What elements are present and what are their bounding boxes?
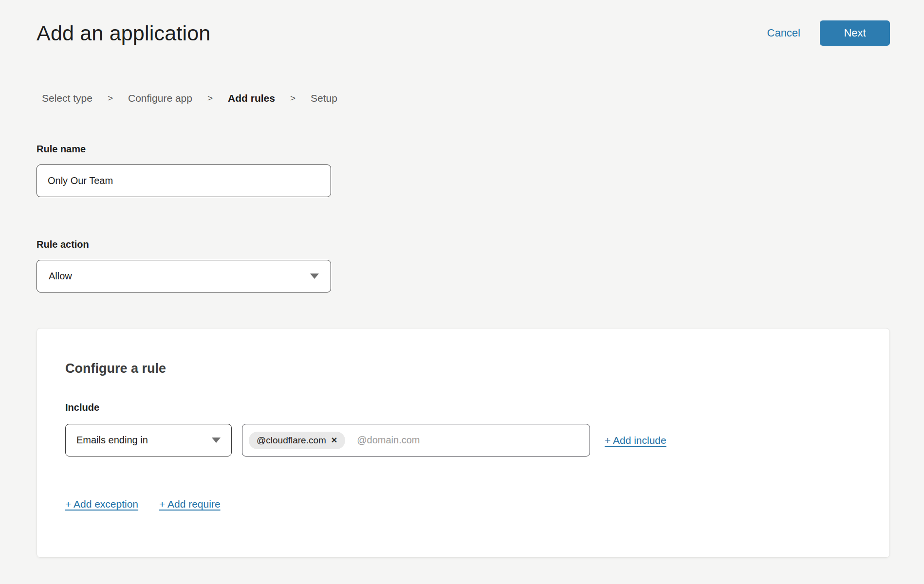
breadcrumb-separator: >	[108, 93, 113, 104]
include-selector-select[interactable]: Emails ending in	[65, 424, 232, 456]
rule-action-label: Rule action	[37, 238, 890, 250]
add-application-page: Add an application Cancel Next Select ty…	[0, 0, 924, 558]
breadcrumb-separator: >	[290, 93, 296, 104]
email-domain-chip: @cloudflare.com ✕	[249, 432, 345, 449]
chip-label: @cloudflare.com	[257, 435, 326, 446]
breadcrumb-separator: >	[207, 93, 213, 104]
breadcrumb: Select type > Configure app > Add rules …	[37, 92, 890, 104]
include-value-input[interactable]: @cloudflare.com ✕	[242, 424, 590, 456]
rule-action-select[interactable]: Allow	[37, 260, 331, 292]
header-actions: Cancel Next	[767, 20, 890, 46]
rule-name-input[interactable]	[37, 164, 331, 197]
breadcrumb-step-setup[interactable]: Setup	[311, 92, 337, 104]
add-include-link[interactable]: + Add include	[605, 435, 666, 446]
page-header: Add an application Cancel Next	[37, 0, 890, 46]
card-title: Configure a rule	[65, 361, 861, 376]
rule-action-selected-value: Allow	[49, 271, 72, 282]
chevron-down-icon	[212, 438, 221, 443]
add-exception-link[interactable]: + Add exception	[65, 498, 138, 510]
cancel-button[interactable]: Cancel	[767, 27, 800, 39]
next-button[interactable]: Next	[820, 20, 890, 46]
email-domain-text-input[interactable]	[357, 435, 583, 446]
add-require-link[interactable]: + Add require	[159, 498, 221, 510]
include-rule-row: Emails ending in @cloudflare.com ✕ + Add…	[65, 424, 861, 456]
include-label: Include	[65, 402, 861, 413]
configure-rule-card: Configure a rule Include Emails ending i…	[37, 328, 890, 558]
include-selector-value: Emails ending in	[76, 435, 148, 446]
breadcrumb-step-add-rules[interactable]: Add rules	[228, 92, 275, 104]
breadcrumb-step-configure-app[interactable]: Configure app	[128, 92, 192, 104]
page-title: Add an application	[37, 21, 210, 45]
rule-extra-links: + Add exception + Add require	[65, 498, 861, 510]
breadcrumb-step-select-type[interactable]: Select type	[42, 92, 92, 104]
remove-chip-icon[interactable]: ✕	[331, 437, 337, 444]
rule-name-label: Rule name	[37, 143, 890, 155]
chevron-down-icon	[310, 274, 319, 279]
